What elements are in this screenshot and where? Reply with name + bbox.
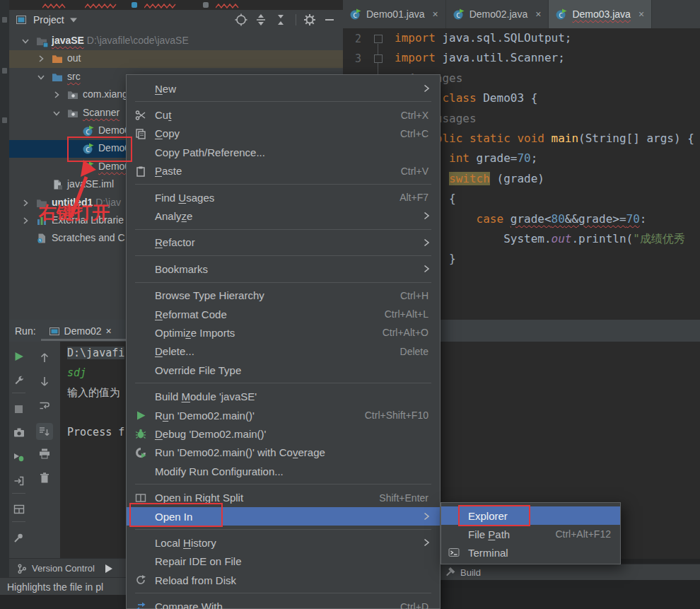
tree-row-out[interactable]: out bbox=[9, 50, 343, 68]
menu-item-override-file-type[interactable]: Override File Type bbox=[127, 361, 440, 379]
chevron-right-icon[interactable] bbox=[52, 90, 62, 100]
console-line: 输入的值为 bbox=[67, 386, 120, 400]
menu-item-delete[interactable]: Delete...Delete bbox=[127, 342, 440, 361]
version-control-label: Version Control bbox=[32, 563, 95, 574]
menu-separator bbox=[127, 252, 440, 260]
run-tab-demo02[interactable]: Demo02 × bbox=[49, 325, 112, 337]
editor-tab-demo02-java[interactable]: CDemo02.java× bbox=[446, 0, 549, 28]
chevron-right-icon[interactable] bbox=[21, 198, 30, 208]
stop-icon[interactable] bbox=[13, 402, 25, 415]
tree-item-label: com.xiang bbox=[83, 88, 128, 100]
camera-icon[interactable] bbox=[13, 427, 25, 439]
collapse-all-icon[interactable] bbox=[274, 13, 287, 26]
menu-item-reload-from-disk[interactable]: Reload from Disk bbox=[127, 571, 440, 589]
gear-icon[interactable] bbox=[303, 13, 316, 26]
class-icon: C bbox=[556, 8, 567, 20]
tab-label: Demo02.java bbox=[469, 8, 528, 20]
submenu-arrow-icon bbox=[421, 211, 431, 221]
menu-item-copy[interactable]: CopyCtrl+C bbox=[127, 124, 440, 143]
rerun-icon[interactable] bbox=[13, 451, 25, 463]
menu-item-modify-run-configuration[interactable]: Modify Run Configuration... bbox=[127, 462, 440, 480]
play-icon[interactable] bbox=[105, 564, 113, 574]
arrow-up-icon[interactable] bbox=[38, 351, 51, 364]
hammer-icon bbox=[445, 567, 456, 578]
console-line: sdj bbox=[67, 366, 86, 379]
menu-item-label: Local History bbox=[155, 537, 216, 549]
chevron-down-icon[interactable] bbox=[36, 72, 46, 82]
menu-item-local-history[interactable]: Local History bbox=[127, 533, 440, 552]
menu-item-repair-ide-on-file[interactable]: Repair IDE on File bbox=[127, 552, 440, 571]
menu-shortcut: Ctrl+V bbox=[401, 166, 428, 177]
project-panel-title[interactable]: Project bbox=[33, 14, 64, 25]
close-icon[interactable]: × bbox=[433, 8, 438, 20]
softwrap-icon[interactable] bbox=[38, 399, 51, 412]
menu-item-cut[interactable]: CutCtrl+X bbox=[127, 105, 440, 124]
editor-tab-demo03-java[interactable]: CDemo03.java× bbox=[549, 0, 652, 28]
stripe-icon bbox=[2, 17, 7, 23]
editor-tab-demo01-java[interactable]: CDemo01.java× bbox=[343, 0, 446, 28]
ide-window: Project javaSE D:\javafile\code\javaSEou… bbox=[0, 0, 700, 609]
close-icon[interactable]: × bbox=[106, 325, 112, 337]
menu-item-copy-path-reference[interactable]: Copy Path/Reference... bbox=[127, 143, 440, 161]
project-tool-window-icon bbox=[15, 13, 28, 26]
menu-item-browse-type-hierarchy[interactable]: Browse Type HierarchyCtrl+H bbox=[127, 286, 440, 305]
menu-item-paste[interactable]: PasteCtrl+V bbox=[127, 162, 440, 180]
menu-item-find-usages[interactable]: Find UsagesAlt+F7 bbox=[127, 188, 440, 207]
menu-item-label: Analyze bbox=[155, 210, 192, 222]
menu-item-build-module-javase[interactable]: Build Module 'javaSE' bbox=[127, 387, 440, 405]
chevron-right-icon[interactable] bbox=[36, 54, 46, 64]
menu-item-bookmarks[interactable]: Bookmarks bbox=[127, 260, 440, 278]
fold-marker-icon[interactable] bbox=[374, 35, 383, 43]
menu-item-label: Optimize Imports bbox=[155, 327, 235, 339]
arrow-down-icon[interactable] bbox=[38, 375, 51, 388]
exit-icon[interactable] bbox=[13, 475, 25, 487]
menu-item-label: Reload from Disk bbox=[155, 574, 236, 586]
run-green-icon[interactable] bbox=[13, 350, 25, 363]
menu-item-debug-demo02-main[interactable]: Debug 'Demo02.main()' bbox=[127, 424, 440, 443]
menu-separator bbox=[127, 180, 440, 188]
tree-item-label: src bbox=[67, 71, 81, 82]
menu-item-compare-with[interactable]: Compare With...Ctrl+D bbox=[127, 597, 440, 609]
coverage-icon bbox=[134, 447, 148, 458]
chevron-down-icon[interactable] bbox=[21, 36, 30, 46]
menu-item-analyze[interactable]: Analyze bbox=[127, 207, 440, 225]
split-icon bbox=[134, 492, 148, 504]
paste-icon bbox=[134, 166, 148, 177]
submenu-arrow-icon bbox=[421, 538, 431, 547]
build-status-bar[interactable]: Build bbox=[441, 564, 700, 580]
menu-item-optimize-imports[interactable]: Optimize ImportsCtrl+Alt+O bbox=[127, 323, 440, 342]
tab-label: Demo01.java bbox=[366, 8, 425, 20]
submenu-arrow-icon bbox=[421, 264, 431, 274]
menu-item-refactor[interactable]: Refactor bbox=[127, 233, 440, 252]
menu-item-run-demo02-main-with-coverage[interactable]: Run 'Demo02.main()' with Coverage bbox=[127, 443, 440, 462]
red-squiggle bbox=[144, 4, 177, 8]
chevron-down-icon[interactable] bbox=[52, 108, 62, 118]
expand-all-icon[interactable] bbox=[255, 13, 267, 26]
hide-panel-icon[interactable] bbox=[323, 13, 336, 26]
wrench-icon[interactable] bbox=[13, 374, 25, 387]
fold-marker-icon[interactable] bbox=[374, 54, 383, 63]
menu-item-label: Copy Path/Reference... bbox=[155, 146, 265, 158]
printer-icon[interactable] bbox=[38, 447, 51, 460]
menu-item-reformat-code[interactable]: Reformat CodeCtrl+Alt+L bbox=[127, 305, 440, 323]
menu-item-label: Open in Right Split bbox=[155, 492, 243, 504]
pin-icon[interactable] bbox=[13, 531, 25, 544]
tree-row-javase[interactable]: javaSE D:\javafile\code\javaSE bbox=[9, 33, 343, 50]
build-panel: Build bbox=[441, 559, 700, 609]
chevron-right-icon[interactable] bbox=[21, 216, 30, 226]
close-icon[interactable]: × bbox=[535, 8, 541, 20]
code-line: import java.util.Scanner; bbox=[395, 51, 565, 64]
chevron-down-icon[interactable] bbox=[70, 17, 77, 23]
menu-shortcut: Alt+F7 bbox=[399, 192, 428, 203]
trash-icon[interactable] bbox=[38, 471, 51, 484]
scrollend-icon[interactable] bbox=[36, 423, 53, 440]
close-icon[interactable]: × bbox=[638, 8, 644, 20]
layout-icon[interactable] bbox=[13, 503, 25, 516]
run-panel-title: Run: bbox=[15, 325, 36, 337]
menu-item-run-demo02-main[interactable]: Run 'Demo02.main()'Ctrl+Shift+F10 bbox=[127, 406, 440, 424]
locate-file-icon[interactable] bbox=[235, 13, 247, 26]
submenu-item-file-path[interactable]: File PathCtrl+Alt+F12 bbox=[441, 525, 620, 543]
submenu-item-terminal[interactable]: Terminal bbox=[441, 543, 620, 562]
left-tool-stripe[interactable] bbox=[0, 0, 9, 609]
menu-item-new[interactable]: New bbox=[127, 79, 440, 98]
